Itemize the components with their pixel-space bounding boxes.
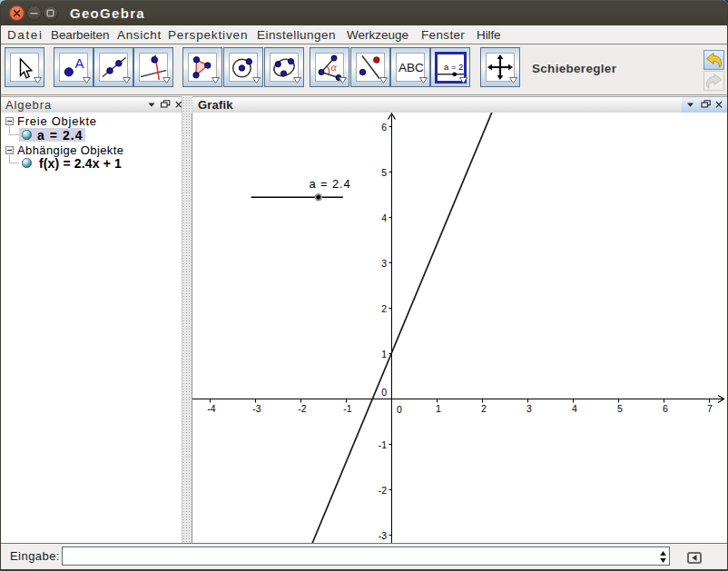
svg-text:5: 5: [617, 403, 623, 414]
svg-text:-3: -3: [379, 530, 387, 541]
svg-text:-1: -1: [379, 439, 387, 450]
svg-text:2: 2: [381, 303, 387, 314]
svg-text:1: 1: [381, 349, 387, 359]
svg-text:7: 7: [707, 403, 713, 414]
svg-text:A: A: [75, 55, 84, 71]
svg-text:3: 3: [381, 258, 387, 269]
svg-text:-4: -4: [207, 403, 215, 414]
svg-text:-2: -2: [379, 485, 387, 496]
svg-text:-3: -3: [252, 403, 261, 414]
svg-text:5: 5: [381, 167, 387, 178]
svg-text:a = 2: a = 2: [444, 62, 463, 72]
svg-text:0: 0: [397, 404, 402, 415]
svg-text:4: 4: [381, 212, 387, 223]
svg-text:a = 2.4: a = 2.4: [310, 177, 351, 191]
svg-text:-1: -1: [343, 403, 351, 414]
svg-text:2: 2: [481, 403, 487, 414]
svg-text:4: 4: [572, 403, 577, 414]
svg-text:3: 3: [526, 403, 532, 414]
svg-text:6: 6: [381, 122, 387, 133]
svg-text:ABC: ABC: [398, 61, 424, 74]
svg-text:α: α: [331, 61, 338, 74]
svg-text:-2: -2: [298, 403, 306, 414]
svg-text:6: 6: [663, 403, 668, 414]
svg-text:1: 1: [436, 403, 441, 414]
svg-text:0: 0: [381, 387, 387, 398]
